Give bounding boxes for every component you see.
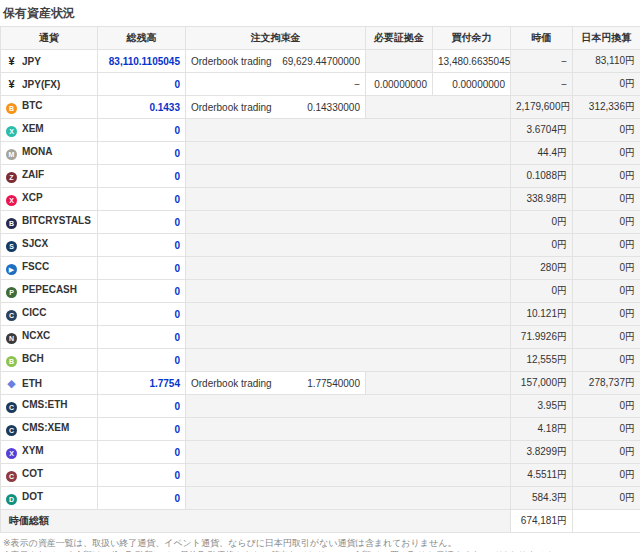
asset-row: CCMS:ETH03.95円0円 [1,395,640,418]
currency-name: NCXC [22,330,50,341]
balance-cell: 0 [98,349,186,372]
price-cell: 0円 [511,234,573,257]
jpy-conversion-cell: 0円 [573,441,640,464]
price-cell: 0.1088円 [511,165,573,188]
cms-xem-icon: C [6,425,17,436]
balance-cell: 0 [98,280,186,303]
price-cell: − [511,73,573,96]
btc-icon: B [6,103,17,114]
total-label: 時価総額 [1,510,511,533]
price-cell: 2,179,600円 [511,96,573,119]
pepecash-icon: P [6,287,17,298]
price-cell: 10.121円 [511,303,573,326]
asset-row: ◆ETH1.7754Orderbook trading1.77540000157… [1,372,640,395]
orderbook-cell: Orderbook trading0.14330000 [186,96,366,119]
currency-cell: XXEM [1,119,98,142]
currency-name: MONA [22,146,53,157]
empty-cell [186,257,511,280]
ncxc-icon: N [6,333,17,344]
asset-row: BBITCRYSTALS00円0円 [1,211,640,234]
jpy-conversion-cell: 0円 [573,395,640,418]
column-header: 買付余力 [433,27,511,50]
assets-table: 通貨総残高注文拘束金必要証拠金買付余力時価日本円換算 ¥JPY83,110.11… [0,26,640,533]
asset-row: CCOT04.5511円0円 [1,464,640,487]
orderbook-value: 69,629.44700000 [282,56,360,67]
price-cell: − [511,50,573,73]
empty-cell [366,372,511,395]
currency-name: JPY [22,56,41,67]
currency-name: ZAIF [22,169,44,180]
orderbook-label: Orderbook trading [191,56,272,67]
column-header: 通貨 [1,27,98,50]
jpy-conversion-cell: 0円 [573,119,640,142]
total-row: 時価総額 674,181円 [1,510,640,533]
asset-row: DDOT0584.3円0円 [1,487,640,510]
empty-cell [186,165,511,188]
amount-cell: 0.00000000 [433,73,511,96]
currency-cell: MMONA [1,142,98,165]
asset-row: CCICC010.121円0円 [1,303,640,326]
empty-cell [186,234,511,257]
asset-row: NNCXC071.9926円0円 [1,326,640,349]
empty-cell [186,119,511,142]
balance-cell: 0 [98,142,186,165]
currency-cell: CCMS:XEM [1,418,98,441]
price-cell: 4.18円 [511,418,573,441]
jpy-conversion-cell: 0円 [573,349,640,372]
table-header-row: 通貨総残高注文拘束金必要証拠金買付余力時価日本円換算 [1,27,640,50]
empty-cell [186,441,511,464]
price-cell: 157,000円 [511,372,573,395]
balance-cell: 0 [98,441,186,464]
balance-cell: 0.1433 [98,96,186,119]
currency-cell: CCICC [1,303,98,326]
jpy-conversion-cell: 0円 [573,211,640,234]
currency-cell: PPEPECASH [1,280,98,303]
balance-cell: 0 [98,303,186,326]
jpy-conversion-cell: 0円 [573,418,640,441]
orderbook-cell: Orderbook trading69,629.44700000 [186,50,366,73]
price-cell: 3.6704円 [511,119,573,142]
column-header: 総残高 [98,27,186,50]
asset-row: ¥JPY(FX)0−0.000000000.00000000−0円 [1,73,640,96]
price-cell: 71.9926円 [511,326,573,349]
currency-name: CMS:ETH [22,399,68,410]
dot-icon: D [6,494,17,505]
jpy-conversion-cell: 0円 [573,257,640,280]
currency-cell: BBCH [1,349,98,372]
sjcx-icon: S [6,241,17,252]
empty-cell [186,487,511,510]
currency-cell: CCMS:ETH [1,395,98,418]
empty-cell [186,142,511,165]
amount-cell: − [186,73,366,96]
jpy-conversion-cell: 0円 [573,303,640,326]
balance-cell: 0 [98,234,186,257]
balance-cell: 0 [98,326,186,349]
currency-name: CICC [22,307,46,318]
asset-row: CCMS:XEM04.18円0円 [1,418,640,441]
jpy-icon: ¥ [6,55,17,67]
column-header: 必要証拠金 [366,27,433,50]
column-header: 時価 [511,27,573,50]
balance-cell: 0 [98,418,186,441]
footnotes: ※表示の資産一覧は、取扱い終了通貨、イベント通貨、ならびに日本円取引がない通貨は… [0,533,640,552]
price-cell: 4.5511円 [511,464,573,487]
jpy-conversion-cell: 0円 [573,188,640,211]
currency-name: FSCC [22,261,49,272]
currency-cell: ¥JPY(FX) [1,73,98,96]
jpy-conversion-cell: 0円 [573,73,640,96]
currency-name: SJCX [22,238,48,249]
price-cell: 3.95円 [511,395,573,418]
currency-name: DOT [22,491,43,502]
asset-row: BBTC0.1433Orderbook trading0.143300002,1… [1,96,640,119]
empty-cell [366,96,511,119]
balance-cell: 0 [98,165,186,188]
empty-cell [366,50,433,73]
asset-row: ZZAIF00.1088円0円 [1,165,640,188]
balance-cell: 0 [98,257,186,280]
balance-cell: 0 [98,487,186,510]
orderbook-label: Orderbook trading [191,102,272,113]
xcp-icon: X [6,195,17,206]
jpy-conversion-cell: 83,110円 [573,50,640,73]
cicc-icon: C [6,310,17,321]
jpy-conversion-cell: 0円 [573,234,640,257]
